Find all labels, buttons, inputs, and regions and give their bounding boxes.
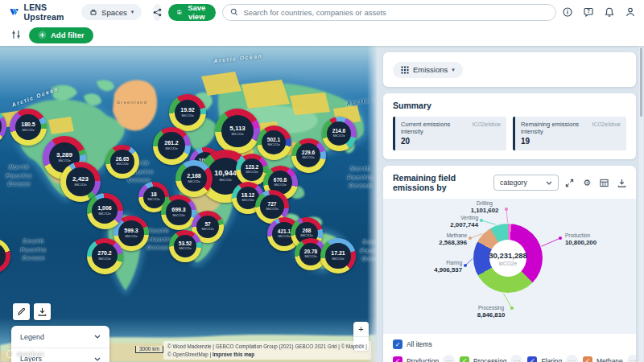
mapbox-icon: © (6, 350, 14, 358)
segment-name: Processing (466, 305, 516, 311)
share-button[interactable] (153, 4, 162, 21)
table-view-button[interactable] (600, 179, 609, 187)
filter-settings-button[interactable] (11, 28, 21, 43)
segment-name: Venting (422, 215, 478, 221)
emissions-marker[interactable]: 17.21MtCO2e (320, 238, 356, 274)
mapbox-logo[interactable]: © mapbox (6, 350, 44, 358)
emissions-marker[interactable]: 502.1MtCO2e (257, 125, 291, 160)
marker-value: 123.2 (246, 165, 258, 171)
legend-all-items[interactable]: ✓ All items (393, 339, 626, 349)
draw-button[interactable] (13, 303, 30, 320)
legend-item-flaring[interactable]: ✓Flaring⋯ (527, 355, 583, 362)
marker-unit: MtCO2e (332, 134, 345, 138)
legend-label: Methane (597, 357, 623, 362)
emissions-marker[interactable]: 53.52MtCO2e (169, 230, 201, 262)
marker-value: 19.92 (180, 107, 195, 113)
segment-value: 8,846,810 (466, 311, 516, 319)
marker-core (0, 113, 2, 138)
segment-name: Flaring (406, 260, 462, 266)
marker-core: 1,006MtCO2e (92, 198, 118, 224)
help-button[interactable]: ? (584, 7, 593, 17)
item-menu-button[interactable]: ⋯ (566, 355, 578, 362)
donut-unit: ktCO2e (499, 261, 517, 266)
emissions-marker[interactable]: 5,113MtCO2e (215, 109, 260, 154)
marker-core: 180.5MtCO2e (15, 114, 42, 141)
map-canvas[interactable]: Arctic OceanArctic OceanArctic OceanNort… (0, 46, 377, 362)
add-filter-button[interactable]: Add filter (29, 27, 93, 43)
segment-value: 10,800,200 (565, 239, 630, 247)
segment-value: 2,568,396 (411, 239, 467, 247)
emissions-marker[interactable]: 261.2MtCO2e (153, 127, 191, 165)
map-download-button[interactable] (34, 303, 51, 320)
panel-scrollbar[interactable] (639, 46, 643, 362)
marker-value: 502.1 (267, 138, 280, 143)
donut-label-processing: Processing8,846,810 (466, 305, 516, 319)
legend-toggle[interactable]: Legend (11, 326, 109, 348)
notifications-button[interactable] (605, 7, 614, 18)
marker-unit: MtCO2e (74, 183, 86, 187)
marker-unit: MtCO2e (22, 129, 34, 132)
info-button[interactable] (563, 7, 572, 17)
map-attribution: © Wood Mackenzie | GEBCO Compilation Gro… (163, 341, 371, 360)
marker-unit: MtCO2e (274, 183, 286, 187)
segment-name: Methane (411, 232, 467, 239)
item-menu-button[interactable]: ⋯ (443, 355, 455, 362)
marker-unit: MtCO2e (201, 228, 213, 231)
checkbox-checked[interactable]: ✓ (460, 356, 469, 362)
emissions-marker[interactable]: 1,006MtCO2e (87, 193, 123, 229)
legend-item-methane[interactable]: ✓Methane⋯ (583, 355, 636, 362)
zoom-in-button[interactable]: + (353, 322, 369, 336)
share-icon (153, 8, 162, 17)
marker-value: 2,168 (187, 173, 201, 179)
expand-icon (565, 179, 574, 187)
emissions-marker[interactable]: 270.2MtCO2e (87, 238, 123, 274)
donut-chart[interactable]: 30,231,288 ktCO2e Drilling1,101,602Produ… (383, 199, 636, 334)
stat-label: Current emissions intensity (401, 121, 469, 135)
label-dot (480, 219, 483, 222)
checkbox-checked[interactable]: ✓ (393, 356, 402, 362)
emissions-marker[interactable]: 180.5MtCO2e (10, 109, 47, 146)
legend-item-production[interactable]: ✓Production⋯ (393, 355, 460, 362)
emissions-marker[interactable]: 2,168MtCO2e (175, 160, 213, 197)
expand-button[interactable] (565, 179, 574, 187)
pencil-icon (17, 307, 26, 316)
save-view-button[interactable]: Save view (168, 4, 216, 21)
improve-map-link[interactable]: Improve this map (213, 352, 254, 357)
emissions-dropdown[interactable]: Emissions ▾ (393, 62, 463, 78)
attribution-text: © Wood Mackenzie | GEBCO Compilation Gro… (167, 343, 367, 356)
emissions-marker[interactable]: 26.65MtCO2e (105, 145, 139, 179)
donut-label-flaring: Flaring4,906,537 (406, 260, 462, 274)
marker-value: 268 (303, 228, 312, 234)
settings-button[interactable]: ⚙ (583, 179, 591, 187)
scrollbar-thumb[interactable] (640, 47, 642, 117)
donut-center: 30,231,288 ktCO2e (489, 240, 526, 277)
legend-label: Legend (20, 333, 44, 341)
topbar-icons: ? (563, 7, 638, 18)
spaces-icon (89, 8, 97, 16)
marker-value: 2,423 (72, 176, 89, 183)
search-input[interactable] (243, 8, 548, 17)
marker-unit: MtCO2e (332, 257, 344, 261)
emissions-marker[interactable]: 214.6MtCO2e (322, 117, 357, 151)
spaces-dropdown[interactable]: Spaces ▾ (81, 4, 142, 20)
checkbox-checked[interactable]: ✓ (583, 356, 592, 362)
label-dot (505, 208, 508, 211)
marker-value: 599.3 (124, 228, 138, 233)
account-button[interactable] (625, 7, 635, 17)
checkbox-checked[interactable]: ✓ (393, 339, 402, 349)
donut-label-venting: Venting2,007,744 (422, 215, 478, 229)
emissions-marker[interactable]: 229.6MtCO2e (291, 138, 326, 173)
legend-item-processing[interactable]: ✓Processing⋯ (460, 355, 527, 362)
item-menu-button[interactable]: ⋯ (627, 355, 636, 362)
svg-text:?: ? (587, 8, 590, 14)
stat-value: 19 (521, 137, 621, 146)
chevron-down-icon (94, 335, 101, 339)
donut-total: 30,231,288 (489, 251, 527, 260)
app-title: LENS Upstream (24, 2, 69, 22)
category-select[interactable]: category (493, 175, 559, 191)
donut-label-drilling: Drilling1,101,602 (460, 200, 509, 215)
chart-download-button[interactable] (617, 179, 626, 187)
item-menu-button[interactable]: ⋯ (510, 355, 522, 362)
checkbox-checked[interactable]: ✓ (527, 356, 537, 362)
emissions-marker[interactable]: 19.92MtCO2e (169, 94, 206, 131)
